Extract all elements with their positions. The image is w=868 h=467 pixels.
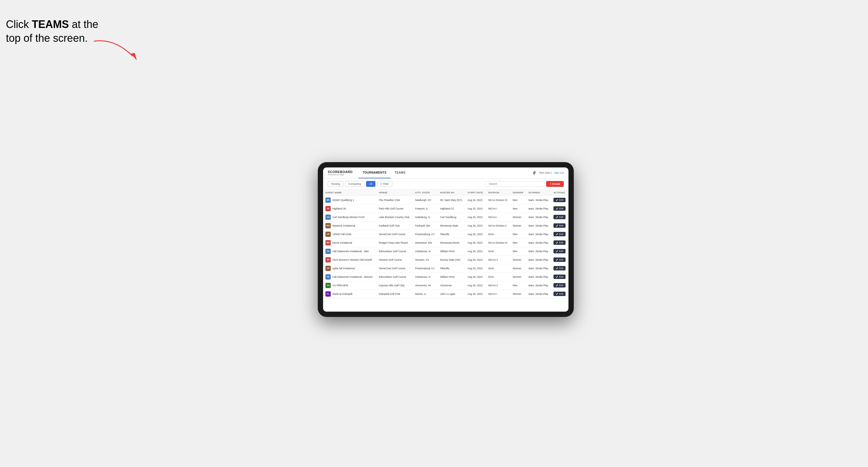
cell-start-date: Aug 28, 2023 (465, 264, 486, 273)
cell-city-state: Marion, IL (413, 289, 438, 298)
cell-division: NAIA (486, 273, 510, 281)
filter-icon-btn[interactable]: ≡ Filter (377, 181, 392, 187)
table-row: CA Carl Sandburg Women FA23 Lake Bracken… (323, 213, 568, 221)
hosting-filter-btn[interactable]: Hosting (328, 181, 343, 187)
cell-start-date: Aug 26, 2023 (465, 213, 486, 221)
cell-venue: Edmundson Golf Course (376, 273, 412, 281)
create-btn[interactable]: + Create (546, 181, 564, 187)
cell-gender: Men (510, 281, 526, 289)
cell-scoring: team, Stroke Play (526, 264, 551, 273)
cell-actions: Edit (551, 213, 568, 221)
cell-gender: Women (510, 264, 526, 273)
edit-btn-1[interactable]: Edit (554, 206, 565, 211)
cell-actions: Edit (551, 281, 568, 289)
cell-hosted-by: Pikeville (438, 230, 465, 238)
cell-division: NCAA Division III (486, 196, 510, 204)
cell-start-date: Aug 28, 2023 (465, 255, 486, 264)
edit-btn-8[interactable]: Edit (554, 266, 565, 271)
cell-actions: Edit (551, 238, 568, 247)
edit-btn-7[interactable]: Edit (554, 257, 565, 262)
cell-actions: Edit (551, 264, 568, 273)
table-row: KL Klash at Kokopelli Kokopelli Golf Clu… (323, 289, 568, 298)
cell-hosted-by: William Penn (438, 247, 465, 255)
cell-event-name: VU VU PREVIEW (323, 281, 376, 289)
col-actions: ACTIONS (551, 189, 568, 196)
cell-event-name: KL Klash at Kokopelli (323, 289, 376, 298)
edit-btn-6[interactable]: Edit (554, 249, 565, 253)
cell-actions: Edit (551, 221, 568, 230)
all-filter-btn[interactable]: All (366, 181, 375, 187)
edit-btn-11[interactable]: Edit (554, 291, 565, 296)
cell-start-date: Aug 28, 2023 (465, 221, 486, 230)
cell-division: NCAA Division II (486, 221, 510, 230)
edit-btn-3[interactable]: Edit (554, 223, 565, 228)
cell-actions: Edit (551, 247, 568, 255)
instruction-arrow (91, 35, 156, 72)
cell-actions: Edit (551, 230, 568, 238)
instruction-text: Click TEAMS at the top of the screen. (6, 18, 98, 45)
col-venue: VENUE (376, 189, 412, 196)
cell-event-name: FA Fall Statesmen Invitational - Men (323, 247, 376, 255)
edit-btn-2[interactable]: Edit (554, 215, 565, 219)
cell-city-state: Galesburg, IL (413, 213, 438, 221)
cell-hosted-by: Mt. Saint Mary (NY) (438, 196, 465, 204)
cell-start-date: Aug 24, 2023 (465, 196, 486, 204)
nav-bar: SCOREBOARD Powered by clippl TOURNAMENTS… (323, 167, 568, 179)
cell-city-state: Oskaloosa, IA (413, 273, 438, 281)
tab-tournaments[interactable]: TOURNAMENTS (359, 167, 391, 179)
cell-gender: Men (510, 204, 526, 213)
table-row: FA Fall Statesmen Invitational - Women E… (323, 273, 568, 281)
col-scoring: SCORING (526, 189, 551, 196)
tablet-screen: SCOREBOARD Powered by clippl TOURNAMENTS… (323, 167, 568, 312)
nav-signout[interactable]: Sign out (554, 171, 564, 174)
table-row: UP UPIKE Fall Invite StoneCrest Golf Cou… (323, 230, 568, 238)
cell-division: NICAA I (486, 204, 510, 213)
edit-btn-4[interactable]: Edit (554, 232, 565, 236)
cell-division: NICAA I (486, 213, 510, 221)
cell-hosted-by: Minnesota State (438, 221, 465, 230)
cell-scoring: team, Stroke Play (526, 230, 551, 238)
cell-event-name: UP upike fall invitational (323, 264, 376, 273)
cell-hosted-by: Highland CC (438, 204, 465, 213)
cell-gender: Men (510, 238, 526, 247)
cell-division: NAIA (486, 230, 510, 238)
cell-city-state: Prestonsburg, KY (413, 230, 438, 238)
edit-btn-9[interactable]: Edit (554, 275, 565, 279)
table-row: HI Highland 36 Park Hills Golf Course Fr… (323, 204, 568, 213)
search-input[interactable] (486, 181, 544, 187)
cell-city-state: Deerwood, MN (413, 238, 438, 247)
cell-gender: Women (510, 221, 526, 230)
cell-start-date: Aug 28, 2023 (465, 247, 486, 255)
cell-scoring: team, Stroke Play (526, 281, 551, 289)
nav-user: Test User | (539, 171, 552, 174)
logo-sub: Powered by clippl (328, 174, 352, 176)
cell-venue: The Powelton Club (376, 196, 412, 204)
cell-start-date: Aug 28, 2023 (465, 230, 486, 238)
cell-hosted-by: Pikeville (438, 264, 465, 273)
cell-gender: Men (510, 230, 526, 238)
edit-btn-0[interactable]: Edit (554, 198, 565, 202)
cell-division: NICAA I (486, 289, 510, 298)
cell-city-state: Faribault, MN (413, 221, 438, 230)
cell-start-date: Aug 28, 2023 (465, 289, 486, 298)
table-row: MA Maverick Invitational Faribault Golf … (323, 221, 568, 230)
cell-event-name: CA Carl Sandburg Women FA23 (323, 213, 376, 221)
tab-teams[interactable]: TEAMS (391, 167, 410, 179)
cell-scoring: team, Stroke Play (526, 273, 551, 281)
cell-scoring: team, Stroke Play (526, 204, 551, 213)
toolbar: Hosting Competing All ≡ Filter + Create (323, 179, 568, 189)
cell-hosted-by: Carl Sandburg (438, 213, 465, 221)
cell-event-name: MS MSMC Qualifying 1 (323, 196, 376, 204)
col-hosted-by: HOSTED BY (438, 189, 465, 196)
competing-filter-btn[interactable]: Competing (345, 181, 365, 187)
cell-hosted-by: Murray State (OK) (438, 255, 465, 264)
edit-btn-10[interactable]: Edit (554, 283, 565, 287)
cell-scoring: team, Stroke Play (526, 221, 551, 230)
settings-icon[interactable] (532, 170, 537, 175)
logo-area: SCOREBOARD Powered by clippl (328, 170, 352, 176)
cell-gender: Men (510, 196, 526, 204)
cell-gender: Women (510, 213, 526, 221)
edit-btn-5[interactable]: Edit (554, 241, 565, 245)
cell-gender: Women (510, 273, 526, 281)
cell-actions: Edit (551, 273, 568, 281)
